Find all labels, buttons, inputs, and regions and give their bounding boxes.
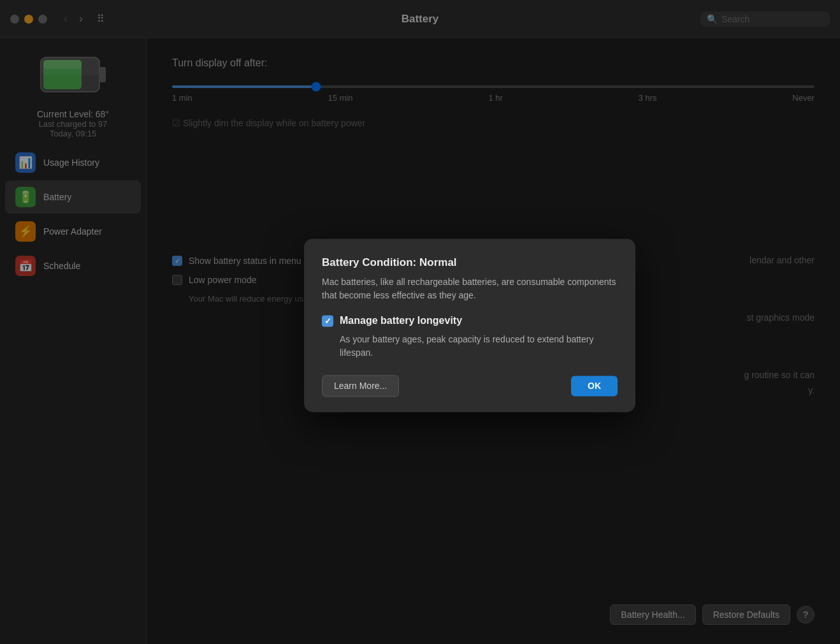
learn-more-button[interactable]: Learn More... [322, 375, 399, 397]
modal-description: Mac batteries, like all rechargeable bat… [322, 275, 618, 302]
manage-longevity-checkbox[interactable]: ✓ [322, 315, 333, 326]
modal-buttons: Learn More... OK [322, 375, 618, 397]
modal-checkmark-icon: ✓ [324, 316, 331, 326]
manage-longevity-row: ✓ Manage battery longevity [322, 315, 618, 326]
manage-longevity-description: As your battery ages, peak capacity is r… [340, 333, 618, 360]
ok-button[interactable]: OK [571, 376, 618, 396]
manage-longevity-label: Manage battery longevity [340, 315, 462, 326]
modal-title: Battery Condition: Normal [322, 256, 618, 269]
battery-condition-modal: Battery Condition: Normal Mac batteries,… [304, 238, 635, 412]
